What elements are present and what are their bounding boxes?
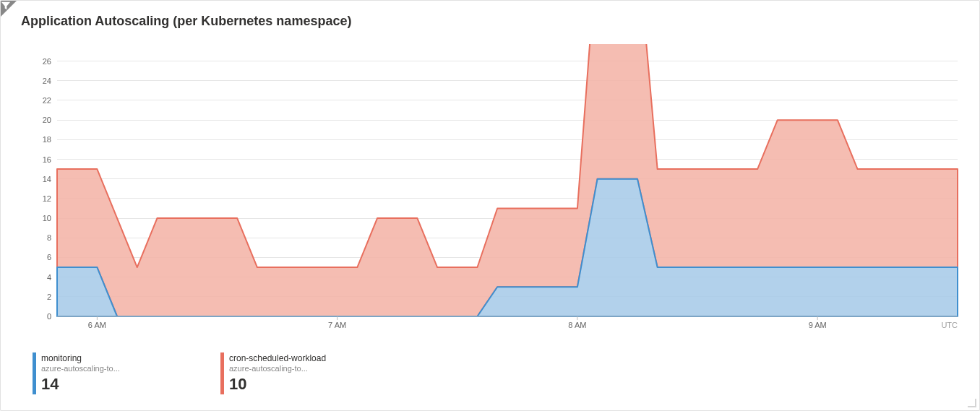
- svg-text:0: 0: [47, 312, 51, 321]
- svg-text:4: 4: [47, 273, 51, 282]
- legend-item-cron[interactable]: cron-scheduled-workloadazure-autoscaling…: [220, 352, 329, 394]
- svg-text:14: 14: [43, 175, 51, 183]
- legend-series-name: monitoring: [41, 353, 120, 364]
- svg-text:6: 6: [47, 253, 51, 261]
- legend-series-name: cron-scheduled-workload: [229, 353, 326, 364]
- chart-title: Application Autoscaling (per Kubernetes …: [21, 14, 351, 29]
- svg-text:20: 20: [43, 116, 51, 124]
- svg-text:18: 18: [43, 135, 51, 144]
- svg-text:2: 2: [47, 293, 51, 301]
- svg-text:24: 24: [43, 77, 51, 85]
- legend-swatch-icon: [220, 352, 224, 394]
- svg-text:12: 12: [43, 194, 51, 203]
- svg-text:6 AM: 6 AM: [88, 321, 106, 329]
- chart-plot[interactable]: 024681012141618202224266 AM7 AM8 AM9 AMU…: [21, 44, 965, 331]
- svg-text:16: 16: [43, 155, 51, 164]
- svg-text:8 AM: 8 AM: [568, 321, 586, 329]
- resize-handle-icon[interactable]: [968, 399, 976, 407]
- svg-text:10: 10: [43, 214, 51, 222]
- legend-item-monitoring[interactable]: monitoringazure-autoscaling-to...14: [33, 352, 141, 394]
- chart-legend: monitoringazure-autoscaling-to...14cron-…: [33, 352, 965, 394]
- filter-icon[interactable]: [1, 1, 11, 11]
- legend-series-value: 10: [229, 374, 326, 394]
- svg-text:7 AM: 7 AM: [328, 321, 346, 329]
- legend-series-value: 14: [41, 374, 120, 394]
- svg-text:9 AM: 9 AM: [809, 321, 827, 329]
- legend-series-sub: azure-autoscaling-to...: [229, 364, 326, 374]
- svg-text:UTC: UTC: [941, 321, 958, 329]
- svg-text:26: 26: [43, 57, 51, 66]
- svg-text:22: 22: [43, 96, 51, 105]
- legend-series-sub: azure-autoscaling-to...: [41, 364, 120, 374]
- chart-card: Application Autoscaling (per Kubernetes …: [0, 0, 980, 411]
- legend-swatch-icon: [33, 352, 36, 394]
- svg-text:8: 8: [47, 233, 51, 242]
